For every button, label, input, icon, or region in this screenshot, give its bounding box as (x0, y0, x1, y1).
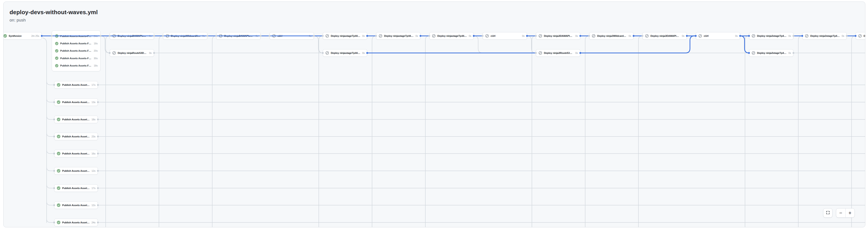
fullscreen-button[interactable] (823, 208, 833, 218)
job-duration: 20s (94, 49, 98, 52)
job-duration: 0s (735, 35, 738, 37)
group-job-row[interactable]: Publish Assets Assets-Fil...18s (52, 62, 100, 69)
job-node-label: Publish Assets Assets-Fil... (62, 204, 90, 206)
group-job-row[interactable]: Publish Assets Assets-Fil...30s (52, 54, 100, 62)
job-node[interactable]: Publish Assets Assets-Fil...17s (54, 81, 98, 89)
workflow-edge (639, 36, 643, 227)
job-node[interactable]: cUrl0s (696, 32, 740, 40)
workflow-edge (46, 133, 54, 137)
skipped-circle-slash-icon (326, 34, 329, 38)
job-node-label: Publish Assets Assets-Fil... (62, 221, 90, 224)
skipped-circle-slash-icon (858, 34, 862, 38)
skipped-circle-slash-icon (699, 34, 702, 38)
minus-icon: − (839, 210, 842, 216)
job-node[interactable]: Deploy ninjastageTp4402...0s (376, 32, 421, 40)
workflow-edge (319, 36, 323, 227)
job-node-label: Deploy ninja3stageTp440... (810, 35, 840, 37)
job-duration: 0s (469, 35, 471, 37)
workflow-edge (740, 36, 749, 53)
workflow-edge (46, 99, 54, 102)
job-node[interactable]: Publish Assets Assets-Fil...12s (54, 201, 98, 209)
job-node-label: Deploy ninja3DAMAPIv2W... (544, 35, 574, 37)
zoom-out-button[interactable]: − (836, 208, 845, 217)
job-node-label: Deploy ninja3stageTp440... (864, 35, 865, 37)
job-node[interactable]: Deploy ninjaDAMAPIv2WA...0s (110, 32, 154, 40)
job-node[interactable]: Deploy ninja3DAMAPIv2W...0s (536, 32, 580, 40)
job-duration: 17s (91, 83, 95, 86)
group-job-row[interactable]: Publish Assets Assets-Fil...20s (52, 47, 100, 54)
check-circle-icon (57, 203, 60, 207)
job-node[interactable]: Deploy ninja3Route53Des...0s (536, 49, 580, 57)
job-duration: 0s (842, 35, 844, 37)
workflow-edge (46, 185, 54, 188)
workflow-trigger: on: push (9, 18, 98, 23)
job-node[interactable]: Publish Assets Assets-Fil...17s (54, 184, 98, 192)
job-duration: 16s (91, 152, 95, 155)
workflow-edge (42, 38, 46, 223)
workflow-edge (372, 36, 376, 227)
skipped-circle-slash-icon (752, 34, 755, 38)
job-duration: 17s (91, 187, 95, 189)
check-circle-icon (57, 152, 60, 155)
job-duration: 24s (91, 221, 95, 224)
check-circle-icon (55, 49, 58, 52)
job-node-label: Deploy ninja3stageTp440... (757, 35, 786, 37)
check-circle-icon (55, 42, 58, 45)
job-node[interactable]: Publish Assets Assets-Fil...16s (54, 150, 98, 157)
job-node[interactable]: Deploy ninjastageTp4402...0s (323, 49, 367, 57)
job-node[interactable]: Deploy ninjastageTp4402...0s (429, 32, 474, 40)
job-node[interactable]: Deploy ninja3DAMAPIv2St...0s (643, 32, 687, 40)
job-node[interactable]: Deploy ninja3WildcardAPI...0s (589, 32, 633, 40)
job-duration: 18s (94, 64, 98, 67)
skipped-circle-slash-icon (432, 34, 436, 38)
skipped-circle-slash-icon (112, 34, 116, 38)
workflow-graph-panel: Publish Assets Assets-Fil...24sPublish A… (3, 2, 865, 227)
job-duration: 0s (788, 52, 791, 54)
job-node-label: Deploy ninja3WildcardAPI... (597, 35, 627, 37)
workflow-edge (745, 36, 749, 227)
job-node[interactable]: Deploy ninja3stageTp440...0s (856, 32, 865, 40)
job-node[interactable]: Deploy ninjaDAMAPIv2Sta...0s (216, 32, 260, 40)
job-node-label: Publish Assets Assets-Fil... (60, 49, 92, 52)
job-node[interactable]: cUrl0s (270, 32, 314, 40)
job-duration: 0s (309, 35, 311, 37)
job-node[interactable]: Publish Assets Assets-Fil...13s (54, 99, 98, 106)
check-circle-icon (57, 186, 60, 190)
job-node[interactable]: Deploy ninjastageTp4402...0s (323, 32, 367, 40)
publish-assets-group-card[interactable]: Publish Assets Assets-Fil...24sPublish A… (52, 30, 100, 71)
job-node[interactable]: Deploy ninjaWildcardAPIC...0s (163, 32, 207, 40)
job-duration: 24s (94, 35, 98, 37)
workflow-graph-page: { "header": { "title": "deploy-devs-with… (0, 0, 868, 230)
workflow-edge (319, 48, 323, 53)
job-node-label: Publish Assets Assets-Fil... (62, 118, 90, 121)
job-node[interactable]: Publish Assets Assets-Fil...24s (54, 219, 98, 226)
skipped-circle-slash-icon (645, 34, 649, 38)
workflow-edge (798, 36, 802, 227)
job-node[interactable]: Publish Assets Assets-Fil...18s (54, 116, 98, 123)
job-node-label: Publish Assets Assets-Fil... (60, 42, 92, 45)
job-node-label: Publish Assets Assets-Fil... (62, 169, 90, 172)
job-node-label: Publish Assets Assets-Fil... (62, 187, 90, 189)
job-node[interactable]: Synthesize2m 25s (3, 32, 42, 40)
zoom-in-button[interactable]: + (845, 208, 855, 217)
workflow-edge (212, 36, 216, 227)
job-node[interactable]: Deploy ninja3stageTp440...0s (749, 32, 794, 40)
zoom-control: − + (836, 208, 855, 218)
job-node[interactable]: Publish Assets Assets-Fil...23s (54, 133, 98, 140)
job-node[interactable]: Deploy ninjaRoute53Desti...0s (110, 49, 154, 57)
workflow-edge (46, 219, 54, 223)
workflow-edge (46, 150, 54, 154)
job-node-label: cUrl (278, 35, 307, 37)
group-job-row[interactable]: Publish Assets Assets-Fil...18s (52, 40, 100, 47)
job-duration: 0s (415, 35, 418, 37)
job-node-label: Publish Assets Assets-Fil... (60, 64, 92, 67)
job-node[interactable]: Publish Assets Assets-Fil...12s (54, 167, 98, 175)
job-node-label: Deploy ninjastageTp4402... (331, 52, 360, 54)
job-node[interactable]: Deploy ninja3stageTp440...0s (749, 49, 794, 57)
skipped-circle-slash-icon (165, 34, 169, 38)
job-node-label: Deploy ninjaDAMAPIv2Sta... (224, 35, 254, 37)
workflow-edge (46, 202, 54, 205)
group-job-row[interactable]: Publish Assets Assets-Fil...24s (52, 32, 100, 40)
job-node[interactable]: cUrl0s (483, 32, 527, 40)
job-node[interactable]: Deploy ninja3stageTp440...0s (802, 32, 847, 40)
